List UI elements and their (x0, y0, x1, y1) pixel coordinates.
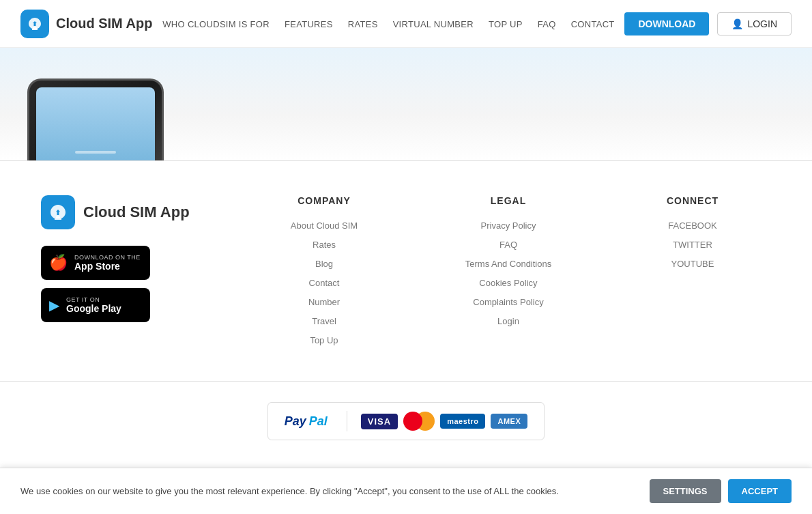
payment-logos: Pay Pal VISA maestro AMEX (267, 402, 545, 440)
footer: Cloud SIM App 🍎 Download on the App Stor… (0, 161, 812, 381)
connect-links: FACEBOOK TWITTER YOUTUBE (614, 220, 771, 269)
link-about[interactable]: About Cloud SIM (291, 220, 358, 231)
link-topup[interactable]: Top Up (310, 335, 338, 345)
phone-device (27, 78, 164, 160)
phone-screen (36, 87, 155, 160)
link-youtube[interactable]: YOUTUBE (671, 259, 714, 269)
google-play-icon: ▶ (49, 297, 59, 313)
link-blog[interactable]: Blog (315, 259, 333, 269)
link-twitter[interactable]: TWITTER (673, 240, 712, 250)
navbar: Cloud SIM App WHO CLOUDSIM IS FOR FEATUR… (0, 0, 812, 48)
visa-logo: VISA (361, 414, 398, 429)
link-contact[interactable]: Contact (309, 278, 340, 288)
link-cookies[interactable]: Cookies Policy (479, 278, 537, 288)
payment-separator (347, 411, 347, 431)
navbar-links: WHO CLOUDSIM IS FOR FEATURES RATES VIRTU… (162, 18, 614, 29)
maestro-logo: maestro (440, 414, 485, 429)
legal-heading: LEGAL (430, 195, 587, 206)
hero-phone (14, 48, 177, 160)
footer-connect: CONNECT FACEBOOK TWITTER YOUTUBE (614, 195, 771, 354)
svg-rect-2 (56, 216, 60, 218)
company-heading: COMPANY (246, 195, 403, 206)
link-travel[interactable]: Travel (312, 316, 336, 326)
amex-logo: AMEX (491, 414, 527, 429)
paypal-text-2: Pal (309, 414, 328, 429)
hero-section (0, 48, 812, 160)
footer-inner: Cloud SIM App 🍎 Download on the App Stor… (41, 195, 771, 354)
google-play-button[interactable]: ▶ GET IT ON Google Play (41, 288, 150, 322)
footer-logo-icon (41, 195, 75, 229)
link-login[interactable]: Login (497, 316, 519, 326)
connect-heading: CONNECT (614, 195, 771, 206)
user-icon: 👤 (731, 18, 743, 29)
footer-brand: Cloud SIM App 🍎 Download on the App Stor… (41, 195, 218, 354)
link-facebook[interactable]: FACEBOOK (668, 220, 717, 231)
nav-who[interactable]: WHO CLOUDSIM IS FOR (162, 19, 270, 29)
nav-topup[interactable]: TOP UP (489, 19, 523, 29)
link-number[interactable]: Number (308, 297, 340, 307)
app-store-text: Download on the App Store (74, 254, 141, 272)
link-complaints[interactable]: Complaints Policy (473, 297, 543, 307)
nav-virtual[interactable]: VIRTUAL NUMBER (393, 19, 474, 29)
phone-bar (75, 151, 116, 154)
link-faq[interactable]: FAQ (499, 240, 517, 250)
nav-features[interactable]: FEATURES (285, 19, 333, 29)
google-play-text: GET IT ON Google Play (66, 296, 121, 314)
apple-icon: 🍎 (49, 254, 68, 272)
legal-links: Privacy Policy FAQ Terms And Conditions … (430, 220, 587, 326)
mc-red (403, 412, 422, 431)
mastercard-logo (403, 412, 435, 431)
company-links: About Cloud SIM Rates Blog Contact Numbe… (246, 220, 403, 345)
link-terms[interactable]: Terms And Conditions (465, 259, 551, 269)
link-privacy[interactable]: Privacy Policy (481, 220, 536, 231)
logo-icon (20, 10, 49, 38)
footer-logo: Cloud SIM App (41, 195, 218, 229)
paypal-logo: Pay Pal (285, 414, 328, 429)
app-store-button[interactable]: 🍎 Download on the App Store (41, 246, 150, 280)
footer-logo-text: Cloud SIM App (83, 203, 190, 221)
navbar-logo-text: Cloud SIM App (56, 16, 152, 31)
login-button[interactable]: 👤 LOGIN (717, 12, 792, 35)
svg-rect-1 (33, 27, 37, 29)
navbar-logo[interactable]: Cloud SIM App (20, 10, 152, 38)
footer-company: COMPANY About Cloud SIM Rates Blog Conta… (246, 195, 403, 354)
nav-rates[interactable]: RATES (348, 19, 378, 29)
footer-payment: Pay Pal VISA maestro AMEX (0, 382, 812, 461)
nav-contact[interactable]: CONTACT (571, 19, 615, 29)
paypal-text-1: Pay (285, 414, 306, 429)
download-button[interactable]: DOWNLOAD (624, 12, 709, 35)
link-rates[interactable]: Rates (313, 240, 336, 250)
navbar-actions: DOWNLOAD 👤 LOGIN (624, 12, 792, 35)
footer-legal: LEGAL Privacy Policy FAQ Terms And Condi… (430, 195, 587, 354)
nav-faq[interactable]: FAQ (538, 19, 556, 29)
